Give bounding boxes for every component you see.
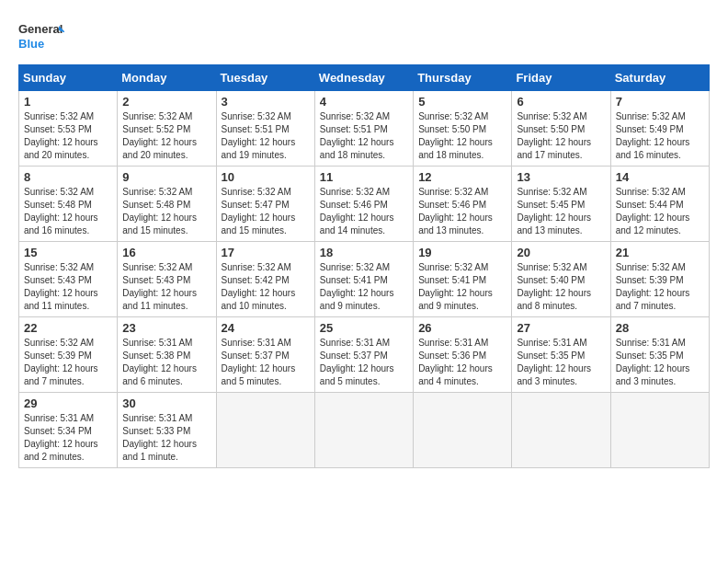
daylight-label: Daylight: 12 hours and 11 minutes. [122, 288, 197, 311]
calendar-cell: 25 Sunrise: 5:31 AM Sunset: 5:37 PM Dayl… [314, 317, 413, 393]
calendar-cell: 15 Sunrise: 5:32 AM Sunset: 5:43 PM Dayl… [19, 242, 118, 317]
day-info: Sunrise: 5:31 AM Sunset: 5:36 PM Dayligh… [418, 337, 506, 388]
calendar-cell: 8 Sunrise: 5:32 AM Sunset: 5:48 PM Dayli… [19, 167, 118, 242]
sunset-label: Sunset: 5:52 PM [122, 124, 190, 134]
calendar-cell: 13 Sunrise: 5:32 AM Sunset: 5:45 PM Dayl… [512, 167, 610, 242]
calendar-cell: 26 Sunrise: 5:31 AM Sunset: 5:36 PM Dayl… [414, 317, 512, 393]
calendar-cell: 3 Sunrise: 5:32 AM Sunset: 5:51 PM Dayli… [216, 91, 314, 167]
svg-text:Blue: Blue [18, 37, 44, 51]
day-info: Sunrise: 5:32 AM Sunset: 5:40 PM Dayligh… [517, 261, 605, 313]
day-info: Sunrise: 5:32 AM Sunset: 5:41 PM Dayligh… [418, 261, 506, 313]
sunrise-label: Sunrise: 5:32 AM [24, 338, 94, 348]
calendar-week-row: 29 Sunrise: 5:31 AM Sunset: 5:34 PM Dayl… [19, 393, 710, 468]
calendar-week-row: 15 Sunrise: 5:32 AM Sunset: 5:43 PM Dayl… [19, 242, 710, 317]
sunrise-label: Sunrise: 5:32 AM [222, 111, 291, 121]
sunrise-label: Sunrise: 5:32 AM [24, 111, 94, 121]
calendar-cell: 2 Sunrise: 5:32 AM Sunset: 5:52 PM Dayli… [118, 91, 216, 167]
weekday-header-thursday: Thursday [414, 65, 512, 91]
sunset-label: Sunset: 5:45 PM [517, 200, 585, 210]
daylight-label: Daylight: 12 hours and 3 minutes. [616, 363, 690, 386]
daylight-label: Daylight: 12 hours and 5 minutes. [222, 363, 296, 386]
day-number: 30 [122, 396, 210, 410]
daylight-label: Daylight: 12 hours and 4 minutes. [418, 363, 493, 386]
sunrise-label: Sunrise: 5:32 AM [616, 111, 686, 121]
sunset-label: Sunset: 5:33 PM [122, 426, 190, 436]
calendar-cell: 7 Sunrise: 5:32 AM Sunset: 5:49 PM Dayli… [610, 91, 709, 167]
day-info: Sunrise: 5:31 AM Sunset: 5:38 PM Dayligh… [122, 337, 210, 388]
page-header: General Blue [18, 18, 710, 55]
day-info: Sunrise: 5:32 AM Sunset: 5:53 PM Dayligh… [24, 110, 112, 162]
sunset-label: Sunset: 5:46 PM [320, 200, 388, 210]
calendar-cell: 17 Sunrise: 5:32 AM Sunset: 5:42 PM Dayl… [216, 242, 314, 317]
calendar-table: SundayMondayTuesdayWednesdayThursdayFrid… [18, 64, 710, 468]
calendar-cell: 18 Sunrise: 5:32 AM Sunset: 5:41 PM Dayl… [314, 242, 413, 317]
weekday-header-monday: Monday [118, 65, 216, 91]
daylight-label: Daylight: 12 hours and 11 minutes. [24, 288, 98, 311]
daylight-label: Daylight: 12 hours and 9 minutes. [418, 288, 493, 311]
daylight-label: Daylight: 12 hours and 6 minutes. [122, 363, 197, 386]
sunrise-label: Sunrise: 5:31 AM [616, 338, 686, 348]
calendar-cell: 1 Sunrise: 5:32 AM Sunset: 5:53 PM Dayli… [19, 91, 118, 167]
day-info: Sunrise: 5:32 AM Sunset: 5:46 PM Dayligh… [320, 186, 408, 237]
day-number: 29 [24, 396, 112, 410]
calendar-cell: 22 Sunrise: 5:32 AM Sunset: 5:39 PM Dayl… [19, 317, 118, 393]
day-info: Sunrise: 5:32 AM Sunset: 5:52 PM Dayligh… [122, 110, 210, 162]
calendar-cell: 12 Sunrise: 5:32 AM Sunset: 5:46 PM Dayl… [414, 167, 512, 242]
sunset-label: Sunset: 5:43 PM [122, 275, 190, 285]
daylight-label: Daylight: 12 hours and 15 minutes. [122, 213, 197, 236]
daylight-label: Daylight: 12 hours and 18 minutes. [418, 137, 493, 160]
day-number: 26 [418, 321, 506, 335]
sunset-label: Sunset: 5:53 PM [24, 124, 92, 134]
calendar-cell: 19 Sunrise: 5:32 AM Sunset: 5:41 PM Dayl… [414, 242, 512, 317]
sunrise-label: Sunrise: 5:31 AM [222, 338, 291, 348]
calendar-cell: 14 Sunrise: 5:32 AM Sunset: 5:44 PM Dayl… [610, 167, 709, 242]
day-info: Sunrise: 5:31 AM Sunset: 5:33 PM Dayligh… [122, 412, 210, 464]
calendar-cell: 29 Sunrise: 5:31 AM Sunset: 5:34 PM Dayl… [19, 393, 118, 468]
sunset-label: Sunset: 5:39 PM [616, 275, 684, 285]
calendar-cell [216, 393, 314, 468]
logo: General Blue [18, 18, 64, 55]
sunrise-label: Sunrise: 5:32 AM [616, 262, 686, 272]
calendar-cell [610, 393, 709, 468]
daylight-label: Daylight: 12 hours and 15 minutes. [222, 213, 296, 236]
sunset-label: Sunset: 5:47 PM [222, 200, 290, 210]
calendar-cell [512, 393, 610, 468]
day-info: Sunrise: 5:32 AM Sunset: 5:51 PM Dayligh… [320, 110, 408, 162]
day-info: Sunrise: 5:32 AM Sunset: 5:45 PM Dayligh… [517, 186, 605, 237]
day-info: Sunrise: 5:32 AM Sunset: 5:44 PM Dayligh… [616, 186, 704, 237]
day-info: Sunrise: 5:32 AM Sunset: 5:41 PM Dayligh… [320, 261, 408, 313]
daylight-label: Daylight: 12 hours and 13 minutes. [517, 213, 591, 236]
sunset-label: Sunset: 5:43 PM [24, 275, 92, 285]
calendar-cell: 28 Sunrise: 5:31 AM Sunset: 5:35 PM Dayl… [610, 317, 709, 393]
daylight-label: Daylight: 12 hours and 7 minutes. [616, 288, 690, 311]
daylight-label: Daylight: 12 hours and 13 minutes. [418, 213, 493, 236]
sunset-label: Sunset: 5:36 PM [418, 350, 486, 361]
day-number: 28 [616, 321, 704, 335]
sunrise-label: Sunrise: 5:32 AM [222, 187, 291, 197]
daylight-label: Daylight: 12 hours and 14 minutes. [320, 213, 394, 236]
sunset-label: Sunset: 5:44 PM [616, 200, 684, 210]
daylight-label: Daylight: 12 hours and 10 minutes. [222, 288, 296, 311]
day-number: 1 [24, 95, 112, 109]
sunrise-label: Sunrise: 5:32 AM [517, 111, 586, 121]
sunset-label: Sunset: 5:50 PM [517, 124, 585, 134]
sunset-label: Sunset: 5:41 PM [418, 275, 486, 285]
svg-text:General: General [18, 22, 63, 36]
sunset-label: Sunset: 5:50 PM [418, 124, 486, 134]
calendar-cell: 5 Sunrise: 5:32 AM Sunset: 5:50 PM Dayli… [414, 91, 512, 167]
calendar-week-row: 8 Sunrise: 5:32 AM Sunset: 5:48 PM Dayli… [19, 167, 710, 242]
daylight-label: Daylight: 12 hours and 1 minute. [122, 439, 197, 462]
day-info: Sunrise: 5:32 AM Sunset: 5:43 PM Dayligh… [24, 261, 112, 313]
day-number: 16 [122, 246, 210, 259]
weekday-header-wednesday: Wednesday [314, 65, 413, 91]
sunrise-label: Sunrise: 5:31 AM [517, 338, 586, 348]
day-number: 21 [616, 246, 704, 259]
day-number: 3 [222, 95, 310, 109]
daylight-label: Daylight: 12 hours and 3 minutes. [517, 363, 591, 386]
sunrise-label: Sunrise: 5:32 AM [418, 262, 488, 272]
day-number: 5 [418, 95, 506, 109]
day-number: 7 [616, 95, 704, 109]
day-info: Sunrise: 5:31 AM Sunset: 5:37 PM Dayligh… [222, 337, 310, 388]
weekday-header-row: SundayMondayTuesdayWednesdayThursdayFrid… [19, 65, 710, 91]
sunrise-label: Sunrise: 5:32 AM [24, 262, 94, 272]
